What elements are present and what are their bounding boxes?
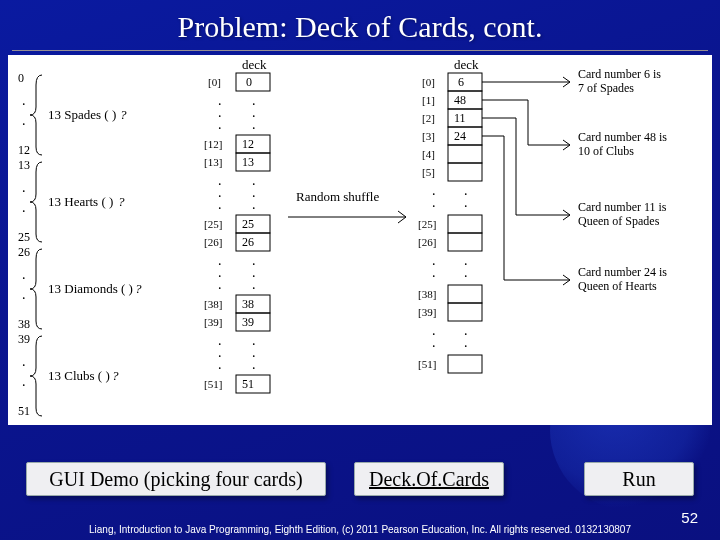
svg-text:26: 26	[18, 245, 30, 259]
svg-text:[51]: [51]	[204, 378, 222, 390]
svg-text:24: 24	[454, 129, 466, 143]
svg-rect-98	[448, 233, 482, 251]
svg-text:[3]: [3]	[422, 130, 435, 142]
svg-text:?: ?	[120, 107, 127, 122]
svg-text:.: .	[432, 335, 436, 350]
svg-text:.: .	[432, 265, 436, 280]
svg-text:13 Hearts (    ): 13 Hearts ( )	[48, 194, 113, 209]
deck-diagram: text { font-family: "Times New Roman", s…	[8, 55, 712, 425]
svg-rect-104	[448, 285, 482, 303]
result-arrows: Card number 6 is 7 of Spades Card number…	[482, 67, 667, 293]
svg-text:48: 48	[454, 93, 466, 107]
svg-text:[5]: [5]	[422, 166, 435, 178]
button-row: GUI Demo (picking four cards) Deck.Of.Ca…	[0, 462, 720, 496]
svg-text:[26]: [26]	[204, 236, 222, 248]
shuffle-arrow: Random shuffle	[288, 189, 406, 223]
svg-text:[4]: [4]	[422, 148, 435, 160]
svg-rect-96	[448, 215, 482, 233]
svg-text:12: 12	[242, 137, 254, 151]
svg-text:[25]: [25]	[418, 218, 436, 230]
svg-text:.: .	[464, 265, 468, 280]
svg-text:deck: deck	[454, 57, 479, 72]
svg-text:51: 51	[18, 404, 30, 418]
svg-text:[39]: [39]	[418, 306, 436, 318]
svg-rect-76	[448, 73, 482, 91]
svg-text:.: .	[252, 357, 256, 372]
svg-rect-25	[236, 73, 270, 91]
svg-text:7 of Spades: 7 of Spades	[578, 81, 634, 95]
svg-text:[12]: [12]	[204, 138, 222, 150]
svg-text:.: .	[22, 374, 26, 389]
svg-text:13: 13	[242, 155, 254, 169]
svg-rect-112	[448, 355, 482, 373]
gui-demo-button[interactable]: GUI Demo (picking four cards)	[26, 462, 326, 496]
svg-text:13 Diamonds (   ): 13 Diamonds ( )	[48, 281, 133, 296]
svg-text:Card number 6 is: Card number 6 is	[578, 67, 661, 81]
svg-text:10 of Clubs: 10 of Clubs	[578, 144, 634, 158]
svg-text:39: 39	[242, 315, 254, 329]
svg-text:Card number 24 is: Card number 24 is	[578, 265, 667, 279]
svg-text:13 Clubs (    ): 13 Clubs ( )	[48, 368, 110, 383]
svg-text:26: 26	[242, 235, 254, 249]
svg-text:.: .	[252, 117, 256, 132]
svg-text:.: .	[218, 197, 222, 212]
shuffled-deck-column: deck [0]6 [1]48 [2]11 [3]24 [4] [5] .. .…	[418, 57, 482, 373]
deck-of-cards-button[interactable]: Deck.Of.Cards	[354, 462, 504, 496]
svg-text:.: .	[22, 200, 26, 215]
diagram-panel: text { font-family: "Times New Roman", s…	[8, 55, 712, 425]
svg-text:.: .	[252, 277, 256, 292]
suits-column: 0 . . 12 13 . . 25 26 . . 38 39 . . 51 1…	[18, 71, 142, 418]
svg-text:?: ?	[118, 194, 125, 209]
svg-text:51: 51	[242, 377, 254, 391]
page-number: 52	[681, 509, 698, 526]
svg-text:[38]: [38]	[418, 288, 436, 300]
title-underline	[12, 50, 708, 51]
svg-text:Queen of Hearts: Queen of Hearts	[578, 279, 657, 293]
svg-text:[0]: [0]	[208, 76, 221, 88]
svg-text:.: .	[22, 180, 26, 195]
svg-text:0: 0	[246, 75, 252, 89]
svg-text:.: .	[22, 267, 26, 282]
ordered-deck-column: deck [0]0 .. .. .. [12]12 [13]13 .. .. .…	[204, 57, 270, 393]
run-button[interactable]: Run	[584, 462, 694, 496]
svg-text:[25]: [25]	[204, 218, 222, 230]
svg-rect-106	[448, 303, 482, 321]
svg-text:.: .	[22, 287, 26, 302]
svg-text:?: ?	[135, 281, 142, 296]
svg-text:.: .	[218, 357, 222, 372]
svg-text:Card number 48 is: Card number 48 is	[578, 130, 667, 144]
svg-text:Card number 11 is: Card number 11 is	[578, 200, 667, 214]
svg-text:39: 39	[18, 332, 30, 346]
svg-text:?: ?	[112, 368, 119, 383]
svg-text:[51]: [51]	[418, 358, 436, 370]
svg-text:13: 13	[18, 158, 30, 172]
svg-text:.: .	[218, 117, 222, 132]
svg-rect-90	[448, 163, 482, 181]
svg-text:.: .	[218, 277, 222, 292]
svg-text:[38]: [38]	[204, 298, 222, 310]
svg-text:0: 0	[18, 71, 24, 85]
svg-text:12: 12	[18, 143, 30, 157]
svg-text:25: 25	[242, 217, 254, 231]
svg-text:13 Spades (    ): 13 Spades ( )	[48, 107, 116, 122]
svg-text:.: .	[464, 335, 468, 350]
svg-text:[39]: [39]	[204, 316, 222, 328]
svg-text:11: 11	[454, 111, 466, 125]
svg-text:[26]: [26]	[418, 236, 436, 248]
svg-text:[1]: [1]	[422, 94, 435, 106]
svg-text:.: .	[22, 354, 26, 369]
svg-text:[13]: [13]	[204, 156, 222, 168]
svg-text:.: .	[464, 195, 468, 210]
svg-text:Queen of Spades: Queen of Spades	[578, 214, 660, 228]
svg-text:.: .	[252, 197, 256, 212]
svg-text:[2]: [2]	[422, 112, 435, 124]
svg-text:.: .	[22, 113, 26, 128]
svg-text:.: .	[432, 195, 436, 210]
svg-text:25: 25	[18, 230, 30, 244]
svg-text:Random shuffle: Random shuffle	[296, 189, 379, 204]
svg-text:deck: deck	[242, 57, 267, 72]
svg-rect-88	[448, 145, 482, 163]
svg-text:.: .	[22, 93, 26, 108]
svg-text:[0]: [0]	[422, 76, 435, 88]
svg-text:38: 38	[242, 297, 254, 311]
